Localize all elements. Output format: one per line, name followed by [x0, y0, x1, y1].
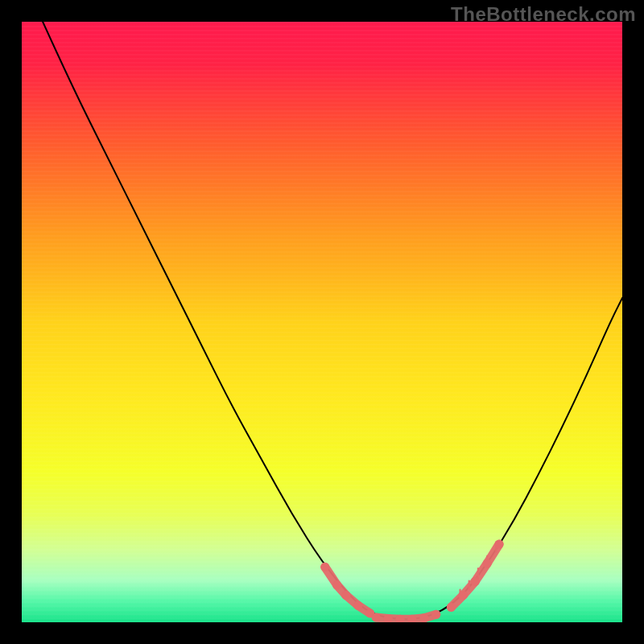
svg-rect-52 [22, 231, 622, 233]
svg-point-180 [459, 591, 468, 600]
svg-rect-44 [22, 199, 622, 200]
svg-rect-8 [22, 54, 622, 56]
svg-rect-25 [22, 122, 622, 124]
svg-rect-130 [22, 545, 622, 547]
chart-frame: TheBottleneck.com [0, 0, 644, 644]
svg-rect-102 [22, 432, 622, 434]
svg-rect-27 [22, 130, 622, 132]
svg-rect-69 [22, 299, 622, 301]
svg-rect-85 [22, 364, 622, 365]
svg-rect-138 [22, 577, 622, 579]
svg-rect-128 [22, 537, 622, 539]
svg-rect-7 [22, 50, 622, 52]
svg-rect-11 [22, 66, 622, 68]
svg-rect-47 [22, 211, 622, 213]
watermark-text: TheBottleneck.com [451, 3, 636, 26]
svg-rect-14 [22, 78, 622, 80]
svg-rect-50 [22, 223, 622, 225]
svg-rect-45 [22, 203, 622, 204]
svg-rect-43 [22, 195, 622, 196]
svg-rect-118 [22, 497, 622, 498]
svg-rect-16 [22, 86, 622, 88]
svg-rect-98 [22, 416, 622, 418]
svg-rect-86 [22, 368, 622, 369]
svg-point-179 [447, 603, 456, 612]
svg-rect-82 [22, 352, 622, 353]
svg-rect-41 [22, 187, 622, 188]
svg-rect-77 [22, 332, 622, 333]
svg-rect-51 [22, 227, 622, 229]
svg-rect-5 [22, 42, 622, 43]
svg-rect-124 [22, 521, 622, 522]
svg-rect-131 [22, 549, 622, 551]
svg-rect-99 [22, 420, 622, 422]
svg-rect-10 [22, 62, 622, 64]
svg-rect-116 [22, 489, 622, 490]
svg-rect-126 [22, 529, 622, 530]
svg-rect-142 [22, 593, 622, 595]
svg-rect-139 [22, 581, 622, 583]
svg-rect-24 [22, 118, 622, 120]
svg-rect-75 [22, 324, 622, 325]
svg-rect-17 [22, 90, 622, 92]
svg-rect-33 [22, 155, 622, 156]
svg-rect-74 [22, 320, 622, 321]
svg-rect-111 [22, 469, 622, 470]
svg-rect-120 [22, 505, 622, 506]
svg-rect-108 [22, 456, 622, 458]
svg-rect-6 [22, 46, 622, 47]
svg-rect-42 [22, 191, 622, 192]
svg-rect-94 [22, 400, 622, 402]
svg-rect-12 [22, 70, 622, 72]
svg-rect-79 [22, 340, 622, 341]
svg-point-174 [431, 610, 440, 619]
svg-rect-70 [22, 303, 622, 305]
svg-rect-90 [22, 384, 622, 386]
svg-rect-54 [22, 239, 622, 241]
svg-rect-110 [22, 464, 622, 466]
svg-point-183 [495, 540, 504, 549]
svg-rect-144 [22, 601, 622, 603]
svg-rect-92 [22, 392, 622, 394]
svg-rect-73 [22, 316, 622, 317]
svg-rect-122 [22, 513, 622, 514]
svg-rect-15 [22, 82, 622, 84]
svg-rect-114 [22, 481, 622, 482]
svg-rect-59 [22, 259, 622, 261]
svg-rect-78 [22, 336, 622, 337]
svg-rect-123 [22, 517, 622, 518]
svg-rect-20 [22, 102, 622, 104]
svg-rect-117 [22, 493, 622, 494]
svg-rect-30 [22, 142, 622, 144]
svg-rect-146 [22, 609, 622, 611]
svg-rect-121 [22, 509, 622, 510]
svg-rect-87 [22, 372, 622, 374]
svg-rect-101 [22, 428, 622, 430]
svg-rect-13 [22, 74, 622, 76]
svg-rect-62 [22, 271, 622, 273]
svg-rect-55 [22, 243, 622, 245]
svg-rect-65 [22, 283, 622, 285]
svg-rect-29 [22, 138, 622, 140]
svg-rect-127 [22, 533, 622, 535]
svg-rect-104 [22, 440, 622, 442]
svg-point-173 [419, 613, 428, 622]
svg-rect-48 [22, 215, 622, 217]
svg-rect-1 [22, 26, 622, 27]
svg-rect-19 [22, 98, 622, 100]
svg-rect-71 [22, 308, 622, 309]
svg-rect-76 [22, 328, 622, 329]
svg-rect-23 [22, 114, 622, 116]
svg-rect-93 [22, 396, 622, 398]
svg-rect-141 [22, 589, 622, 591]
svg-rect-125 [22, 525, 622, 526]
svg-rect-26 [22, 126, 622, 128]
svg-rect-112 [22, 473, 622, 474]
svg-rect-149 [22, 621, 622, 622]
svg-rect-133 [22, 557, 622, 559]
plot-area [22, 22, 622, 622]
svg-point-161 [341, 591, 350, 600]
svg-rect-95 [22, 404, 622, 406]
svg-rect-105 [22, 444, 622, 446]
svg-rect-143 [22, 597, 622, 599]
